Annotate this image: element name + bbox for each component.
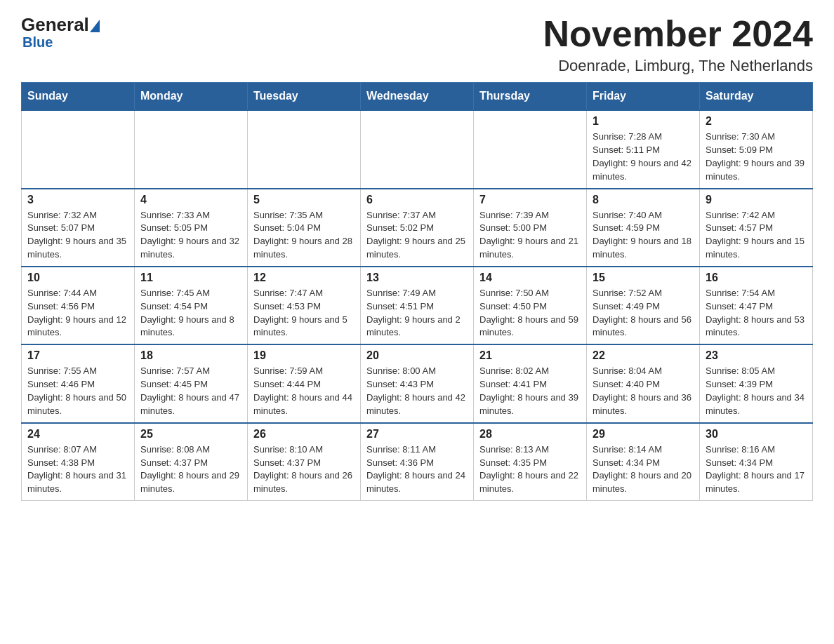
month-year-title: November 2024 <box>543 14 813 54</box>
weekday-header-friday: Friday <box>587 83 700 111</box>
day-info: Sunrise: 7:40 AMSunset: 4:59 PMDaylight:… <box>593 209 694 262</box>
day-info: Sunrise: 7:50 AMSunset: 4:50 PMDaylight:… <box>479 287 581 340</box>
day-info: Sunrise: 7:47 AMSunset: 4:53 PMDaylight:… <box>253 287 355 340</box>
day-number: 20 <box>366 349 468 362</box>
day-number: 28 <box>479 428 581 441</box>
weekday-header-thursday: Thursday <box>474 83 587 111</box>
calendar-cell <box>474 110 587 188</box>
calendar-week-row: 10Sunrise: 7:44 AMSunset: 4:56 PMDayligh… <box>22 267 813 344</box>
calendar-cell: 23Sunrise: 8:05 AMSunset: 4:39 PMDayligh… <box>700 344 813 422</box>
day-number: 10 <box>27 271 128 284</box>
day-info: Sunrise: 8:10 AMSunset: 4:37 PMDaylight:… <box>253 443 355 496</box>
svg-marker-0 <box>90 20 100 32</box>
day-number: 18 <box>140 349 241 362</box>
day-info: Sunrise: 7:28 AMSunset: 5:11 PMDaylight:… <box>593 130 694 183</box>
day-number: 27 <box>366 428 468 441</box>
weekday-header-monday: Monday <box>135 83 248 111</box>
logo-text: General <box>21 14 100 36</box>
calendar-cell: 6Sunrise: 7:37 AMSunset: 5:02 PMDaylight… <box>361 189 474 267</box>
weekday-header-row: SundayMondayTuesdayWednesdayThursdayFrid… <box>22 83 813 111</box>
weekday-header-wednesday: Wednesday <box>361 83 474 111</box>
day-info: Sunrise: 8:05 AMSunset: 4:39 PMDaylight:… <box>706 365 807 417</box>
logo-blue-part <box>89 14 100 36</box>
calendar-cell <box>361 110 474 188</box>
day-number: 13 <box>366 271 468 284</box>
calendar-cell: 15Sunrise: 7:52 AMSunset: 4:49 PMDayligh… <box>587 267 700 344</box>
calendar-cell <box>248 110 361 188</box>
day-number: 26 <box>253 428 355 441</box>
calendar-cell: 7Sunrise: 7:39 AMSunset: 5:00 PMDaylight… <box>474 189 587 267</box>
day-number: 30 <box>706 428 807 441</box>
calendar-cell: 27Sunrise: 8:11 AMSunset: 4:36 PMDayligh… <box>361 423 474 501</box>
day-info: Sunrise: 7:39 AMSunset: 5:00 PMDaylight:… <box>479 209 581 262</box>
calendar-cell: 4Sunrise: 7:33 AMSunset: 5:05 PMDaylight… <box>135 189 248 267</box>
day-info: Sunrise: 8:08 AMSunset: 4:37 PMDaylight:… <box>140 443 241 496</box>
day-info: Sunrise: 8:14 AMSunset: 4:34 PMDaylight:… <box>593 443 694 496</box>
day-number: 7 <box>479 194 581 206</box>
day-number: 2 <box>706 115 807 128</box>
calendar-cell: 5Sunrise: 7:35 AMSunset: 5:04 PMDaylight… <box>248 189 361 267</box>
day-info: Sunrise: 8:00 AMSunset: 4:43 PMDaylight:… <box>366 365 468 417</box>
calendar-cell: 14Sunrise: 7:50 AMSunset: 4:50 PMDayligh… <box>474 267 587 344</box>
page-header: General Blue November 2024 Doenrade, Lim… <box>21 14 813 75</box>
calendar-cell: 29Sunrise: 8:14 AMSunset: 4:34 PMDayligh… <box>587 423 700 501</box>
day-number: 15 <box>593 271 694 284</box>
day-number: 5 <box>253 194 355 206</box>
day-number: 22 <box>593 349 694 362</box>
calendar-week-row: 17Sunrise: 7:55 AMSunset: 4:46 PMDayligh… <box>22 344 813 422</box>
calendar-cell: 25Sunrise: 8:08 AMSunset: 4:37 PMDayligh… <box>135 423 248 501</box>
logo-triangle-icon <box>90 20 100 32</box>
day-info: Sunrise: 7:37 AMSunset: 5:02 PMDaylight:… <box>366 209 468 262</box>
day-info: Sunrise: 7:32 AMSunset: 5:07 PMDaylight:… <box>27 209 128 262</box>
day-info: Sunrise: 8:07 AMSunset: 4:38 PMDaylight:… <box>27 443 128 496</box>
day-info: Sunrise: 8:11 AMSunset: 4:36 PMDaylight:… <box>366 443 468 496</box>
calendar-cell: 3Sunrise: 7:32 AMSunset: 5:07 PMDaylight… <box>22 189 135 267</box>
day-info: Sunrise: 7:42 AMSunset: 4:57 PMDaylight:… <box>706 209 807 262</box>
weekday-header-sunday: Sunday <box>22 83 135 111</box>
day-info: Sunrise: 7:30 AMSunset: 5:09 PMDaylight:… <box>706 130 807 183</box>
logo: General Blue <box>21 14 100 51</box>
calendar-cell: 21Sunrise: 8:02 AMSunset: 4:41 PMDayligh… <box>474 344 587 422</box>
day-info: Sunrise: 7:35 AMSunset: 5:04 PMDaylight:… <box>253 209 355 262</box>
day-number: 1 <box>593 115 694 128</box>
day-info: Sunrise: 7:33 AMSunset: 5:05 PMDaylight:… <box>140 209 241 262</box>
calendar-cell <box>135 110 248 188</box>
day-number: 23 <box>706 349 807 362</box>
day-info: Sunrise: 7:49 AMSunset: 4:51 PMDaylight:… <box>366 287 468 340</box>
day-number: 24 <box>27 428 128 441</box>
calendar-cell: 24Sunrise: 8:07 AMSunset: 4:38 PMDayligh… <box>22 423 135 501</box>
calendar-week-row: 1Sunrise: 7:28 AMSunset: 5:11 PMDaylight… <box>22 110 813 188</box>
calendar-cell: 28Sunrise: 8:13 AMSunset: 4:35 PMDayligh… <box>474 423 587 501</box>
day-number: 11 <box>140 271 241 284</box>
calendar-table: SundayMondayTuesdayWednesdayThursdayFrid… <box>21 82 813 501</box>
day-info: Sunrise: 7:52 AMSunset: 4:49 PMDaylight:… <box>593 287 694 340</box>
day-number: 16 <box>706 271 807 284</box>
weekday-header-tuesday: Tuesday <box>248 83 361 111</box>
logo-subtitle: Blue <box>22 34 53 51</box>
day-number: 14 <box>479 271 581 284</box>
calendar-cell: 20Sunrise: 8:00 AMSunset: 4:43 PMDayligh… <box>361 344 474 422</box>
location-subtitle: Doenrade, Limburg, The Netherlands <box>543 57 813 75</box>
day-number: 3 <box>27 194 128 206</box>
calendar-cell: 19Sunrise: 7:59 AMSunset: 4:44 PMDayligh… <box>248 344 361 422</box>
calendar-cell: 18Sunrise: 7:57 AMSunset: 4:45 PMDayligh… <box>135 344 248 422</box>
calendar-cell: 1Sunrise: 7:28 AMSunset: 5:11 PMDaylight… <box>587 110 700 188</box>
day-info: Sunrise: 7:45 AMSunset: 4:54 PMDaylight:… <box>140 287 241 340</box>
day-number: 25 <box>140 428 241 441</box>
day-number: 12 <box>253 271 355 284</box>
day-info: Sunrise: 7:44 AMSunset: 4:56 PMDaylight:… <box>27 287 128 340</box>
day-info: Sunrise: 7:57 AMSunset: 4:45 PMDaylight:… <box>140 365 241 417</box>
day-number: 19 <box>253 349 355 362</box>
calendar-cell: 10Sunrise: 7:44 AMSunset: 4:56 PMDayligh… <box>22 267 135 344</box>
day-number: 4 <box>140 194 241 206</box>
calendar-week-row: 24Sunrise: 8:07 AMSunset: 4:38 PMDayligh… <box>22 423 813 501</box>
day-info: Sunrise: 8:04 AMSunset: 4:40 PMDaylight:… <box>593 365 694 417</box>
day-number: 9 <box>706 194 807 206</box>
calendar-week-row: 3Sunrise: 7:32 AMSunset: 5:07 PMDaylight… <box>22 189 813 267</box>
day-info: Sunrise: 7:54 AMSunset: 4:47 PMDaylight:… <box>706 287 807 340</box>
calendar-cell: 17Sunrise: 7:55 AMSunset: 4:46 PMDayligh… <box>22 344 135 422</box>
title-block: November 2024 Doenrade, Limburg, The Net… <box>543 14 813 75</box>
calendar-cell: 30Sunrise: 8:16 AMSunset: 4:34 PMDayligh… <box>700 423 813 501</box>
calendar-cell: 11Sunrise: 7:45 AMSunset: 4:54 PMDayligh… <box>135 267 248 344</box>
day-info: Sunrise: 8:13 AMSunset: 4:35 PMDaylight:… <box>479 443 581 496</box>
